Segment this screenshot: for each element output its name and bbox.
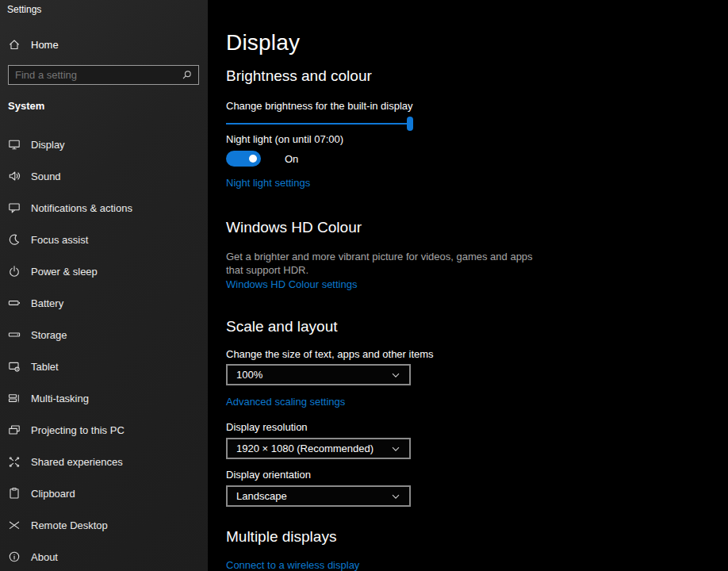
- sidebar-item-battery[interactable]: Battery: [0, 287, 208, 319]
- remote-desktop-icon: [8, 519, 21, 531]
- sidebar-item-remote-desktop[interactable]: Remote Desktop: [0, 509, 208, 541]
- sidebar-item-storage[interactable]: Storage: [0, 319, 208, 351]
- toggle-knob: [249, 155, 257, 163]
- power-icon: [8, 265, 21, 278]
- home-icon: [8, 38, 21, 51]
- sidebar-item-home[interactable]: Home: [0, 33, 208, 56]
- scale-dropdown[interactable]: 100%: [226, 364, 411, 385]
- notifications-icon: [8, 201, 21, 214]
- search-box: [8, 65, 199, 85]
- sidebar-item-shared-experiences[interactable]: Shared experiences: [0, 446, 208, 477]
- chevron-down-icon: [391, 492, 400, 501]
- sidebar-item-about[interactable]: About: [0, 541, 208, 571]
- multiple-displays-heading: Multiple displays: [226, 528, 336, 546]
- search-icon[interactable]: [181, 69, 193, 81]
- night-light-state: On: [285, 153, 298, 165]
- sidebar-item-notifications[interactable]: Notifications & actions: [0, 192, 208, 224]
- brightness-slider[interactable]: [226, 116, 413, 132]
- orientation-label: Display orientation: [226, 469, 311, 481]
- chevron-down-icon: [391, 444, 400, 454]
- scale-size-label: Change the size of text, apps and other …: [226, 348, 434, 360]
- scale-dropdown-value: 100%: [236, 369, 391, 381]
- sidebar-item-label: Home: [31, 39, 59, 51]
- sidebar-item-projecting[interactable]: Projecting to this PC: [0, 414, 208, 446]
- chevron-down-icon: [391, 370, 400, 380]
- brightness-heading: Brightness and colour: [226, 67, 372, 85]
- resolution-label: Display resolution: [226, 421, 308, 433]
- brightness-slider-thumb[interactable]: [407, 117, 413, 131]
- app-title: Settings: [7, 4, 41, 15]
- night-light-label: Night light (on until 07:00): [226, 133, 343, 145]
- sound-icon: [8, 170, 21, 182]
- sidebar-item-power-sleep[interactable]: Power & sleep: [0, 255, 208, 287]
- brightness-slider-fill: [226, 123, 412, 125]
- resolution-dropdown[interactable]: 1920 × 1080 (Recommended): [226, 438, 411, 459]
- sidebar-item-clipboard[interactable]: Clipboard: [0, 477, 208, 509]
- night-light-settings-link[interactable]: Night light settings: [226, 177, 310, 189]
- sidebar: Settings Home System Display: [0, 0, 208, 571]
- sidebar-item-sound[interactable]: Sound: [0, 160, 208, 192]
- orientation-dropdown[interactable]: Landscape: [226, 485, 411, 507]
- sidebar-item-display[interactable]: Display: [0, 128, 208, 160]
- advanced-scaling-link[interactable]: Advanced scaling settings: [226, 396, 345, 408]
- tablet-icon: [8, 360, 21, 373]
- hd-colour-heading: Windows HD Colour: [226, 219, 362, 236]
- hd-colour-settings-link[interactable]: Windows HD Colour settings: [226, 278, 357, 290]
- main-content: Display Brightness and colour Change bri…: [208, 0, 728, 571]
- storage-icon: [8, 328, 21, 341]
- search-input[interactable]: [9, 69, 181, 81]
- brightness-slider-label: Change brightness for the built-in displ…: [226, 100, 413, 112]
- clipboard-icon: [8, 487, 21, 500]
- about-icon: [8, 550, 21, 563]
- shared-experiences-icon: [8, 455, 21, 468]
- scale-layout-heading: Scale and layout: [226, 318, 338, 335]
- night-light-toggle[interactable]: [226, 151, 261, 167]
- sidebar-item-tablet[interactable]: Tablet: [0, 351, 208, 382]
- page-title: Display: [226, 30, 300, 56]
- settings-window: Settings Home System Display: [0, 0, 728, 571]
- connect-wireless-display-link[interactable]: Connect to a wireless display: [226, 559, 359, 571]
- battery-icon: [8, 297, 21, 309]
- sidebar-nav: Display Sound Notifications & actions Fo…: [0, 128, 208, 571]
- resolution-dropdown-value: 1920 × 1080 (Recommended): [236, 443, 391, 454]
- projecting-icon: [8, 423, 21, 436]
- sidebar-section-system: System: [8, 100, 44, 112]
- night-light-toggle-row: On: [226, 151, 298, 167]
- focus-assist-icon: [8, 233, 21, 246]
- orientation-dropdown-value: Landscape: [236, 490, 391, 502]
- display-icon: [8, 138, 21, 151]
- multitasking-icon: [8, 392, 21, 404]
- sidebar-item-focus-assist[interactable]: Focus assist: [0, 224, 208, 255]
- sidebar-item-multitasking[interactable]: Multi-tasking: [0, 382, 208, 414]
- hd-colour-description: Get a brighter and more vibrant picture …: [226, 250, 543, 277]
